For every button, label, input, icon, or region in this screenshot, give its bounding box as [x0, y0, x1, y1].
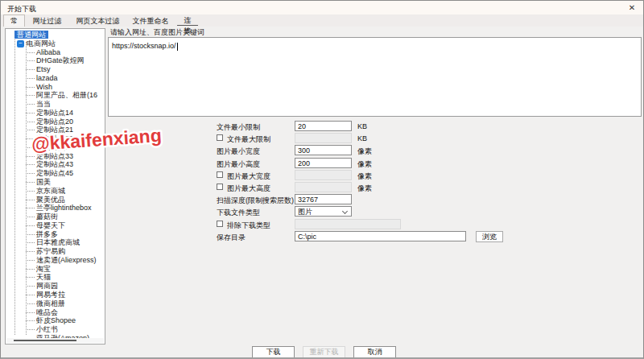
field-label: 图片最大宽度 [227, 171, 270, 182]
tree-item-label: Alibaba [36, 48, 60, 56]
tree-item-group[interactable]: −电商网站 [6, 39, 105, 48]
unit-label: 像素 [357, 159, 372, 170]
tree-item-label: Wish [36, 83, 52, 91]
scan-depth-input[interactable]: 32767 [295, 194, 352, 204]
text-caret [177, 43, 178, 51]
tree-item[interactable]: 网商园 [6, 282, 105, 291]
unit-label: KB [357, 122, 367, 130]
tree-item[interactable]: 微商相册 [6, 299, 105, 308]
field-label: 图片最小宽度 [217, 146, 260, 157]
tree-item[interactable]: 阿里产品、相册(16 [6, 91, 105, 100]
tree-item-label: lazada [36, 74, 58, 82]
tree-item-label: 阿里产品、相册(16 [36, 91, 97, 99]
field-label: 排除下载类型 [227, 221, 270, 231]
tree-hscrollbar-thumb[interactable] [14, 340, 76, 341]
form-row-min-height: 图片最小高度 200 像素 [1, 158, 643, 169]
tree-item[interactable]: 网易考拉 [6, 291, 105, 299]
tree-item[interactable]: 唯品会 [6, 308, 105, 317]
field-label: 保存目录 [217, 233, 246, 243]
min-height-input[interactable]: 200 [295, 158, 352, 168]
tree-item-label: DHGate敦煌网 [36, 56, 85, 64]
tree-item-root-selected[interactable]: 普通网站 [6, 31, 105, 39]
download-dialog: 开始下载 ✕ 常用 网址过滤 网页文本过滤 文件重命名 连接 普通网站 −电商网… [0, 0, 644, 359]
tree-item[interactable]: Wish [6, 83, 105, 92]
tab-file-rename[interactable]: 文件重命名 [128, 15, 173, 27]
tree-item-label: 当当 [36, 100, 51, 108]
url-text: https://stocksnap.io/ [112, 42, 176, 50]
unit-label: 像素 [357, 146, 372, 157]
form-row-max-filesize: 文件最大限制 KB [1, 133, 643, 144]
collapse-node-icon[interactable]: − [17, 40, 24, 47]
selected-tree-label: 普通网站 [14, 31, 48, 39]
tree-item[interactable]: DHGate敦煌网 [6, 56, 105, 65]
tree-item-label: 速卖通(Aliexpress) [36, 256, 97, 264]
save-dir-input[interactable]: C:\pic [295, 231, 466, 241]
tree-item[interactable]: lazada [6, 74, 105, 83]
unit-label: 像素 [357, 184, 372, 194]
tab-webtext-filter[interactable]: 网页文本过滤 [72, 15, 124, 27]
field-label: 图片最大高度 [227, 184, 270, 194]
tree-item-label: 网易考拉 [36, 291, 65, 299]
form-row-scan-depth: 扫描深度(限制搜索层数) 32767 [1, 194, 643, 205]
tree-item[interactable]: 定制站点14 [6, 109, 105, 118]
max-height-input [295, 182, 352, 192]
unit-label: KB [357, 134, 367, 142]
browse-button[interactable]: 浏览 [476, 231, 503, 242]
tree-item-label: Etsy [36, 65, 51, 73]
tree-item-label: 唯品会 [36, 308, 58, 316]
form-row-file-type: 下载文件类型 图片 [1, 206, 643, 217]
window-title: 开始下载 [7, 4, 36, 14]
cancel-button[interactable]: 取消 [353, 346, 396, 358]
group-label: 电商网站 [27, 39, 56, 47]
max-width-input [295, 170, 352, 180]
tree-item-label: 微商相册 [36, 299, 65, 307]
field-label: 下载文件类型 [217, 208, 260, 218]
tab-connection[interactable]: 连接 [177, 15, 198, 26]
tree-item[interactable]: 苏宁易购 [6, 247, 105, 256]
form-row-exclude-type: 排除下载类型 [1, 219, 643, 230]
max-height-checkbox[interactable] [217, 184, 223, 190]
tree-hscrollbar[interactable] [6, 338, 104, 343]
title-bar: 开始下载 ✕ [1, 1, 643, 14]
file-type-select[interactable]: 图片 [295, 206, 352, 217]
min-filesize-input[interactable]: 20 [295, 121, 352, 131]
max-filesize-checkbox[interactable] [217, 134, 223, 141]
tree-item[interactable]: Etsy [6, 65, 105, 74]
chevron-down-icon [342, 208, 348, 214]
tab-strip: 常用 网址过滤 网页文本过滤 文件重命名 连接 [1, 14, 643, 27]
tree-item-label: 天猫 [36, 273, 51, 281]
url-textarea[interactable]: https://stocksnap.io/ [108, 37, 642, 117]
tree-item-label: 网商园 [36, 282, 58, 290]
download-button[interactable]: 下载 [252, 346, 295, 358]
field-label: 文件最大限制 [227, 134, 270, 145]
tree-item[interactable]: 虾皮Shopee [6, 316, 105, 325]
unit-label: 像素 [357, 171, 372, 182]
tree-item-label: 定制站点14 [36, 109, 73, 117]
form-row-max-height: 图片最大高度 像素 [1, 182, 643, 193]
tree-item[interactable]: 淘宝 [6, 265, 105, 274]
field-label: 图片最小高度 [217, 159, 260, 170]
tree-item[interactable]: 当当 [6, 100, 105, 109]
tree-item-label: 淘宝 [36, 265, 51, 273]
tree-item[interactable]: 小红书 [6, 325, 105, 334]
min-width-input[interactable]: 300 [295, 145, 352, 155]
tree-item-label: 小红书 [36, 325, 58, 333]
tree-item-label: 虾皮Shopee [36, 316, 76, 324]
form-row-save-dir: 保存目录 C:\pic 浏览 [1, 231, 643, 242]
exclude-type-checkbox[interactable] [217, 221, 223, 227]
field-label: 扫描深度(限制搜索层数) [217, 196, 294, 206]
tab-common[interactable]: 常用 [3, 14, 25, 27]
redownload-button: 重新下载 [303, 346, 345, 358]
tree-item[interactable]: Alibaba [6, 48, 105, 57]
tree-item[interactable]: 速卖通(Aliexpress) [6, 256, 105, 265]
form-row-min-width: 图片最小宽度 300 像素 [1, 145, 643, 156]
form-row-max-width: 图片最大宽度 像素 [1, 170, 643, 181]
close-icon[interactable]: ✕ [626, 3, 638, 13]
field-label: 文件最小限制 [217, 122, 260, 133]
tree-item-label: 苏宁易购 [36, 247, 65, 255]
form-row-min-filesize: 文件最小限制 20 KB [1, 121, 643, 132]
tree-item[interactable]: 天猫 [6, 273, 105, 282]
max-filesize-input [295, 133, 352, 143]
tab-url-filter[interactable]: 网址过滤 [27, 15, 67, 27]
max-width-checkbox[interactable] [217, 171, 223, 178]
